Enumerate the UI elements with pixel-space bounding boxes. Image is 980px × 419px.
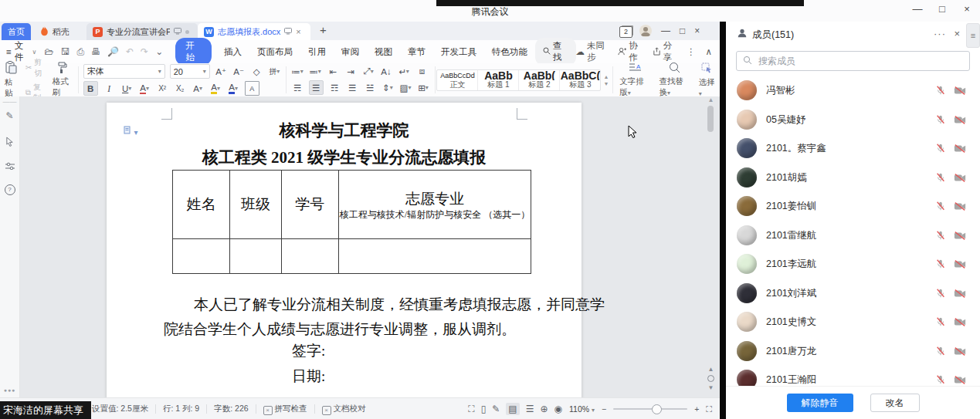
- menu-tab-special-features[interactable]: 特色功能: [492, 46, 527, 58]
- style-heading2[interactable]: AaBb( 标题 2: [519, 70, 560, 90]
- export-icon[interactable]: 🖶: [91, 46, 100, 57]
- justify-button[interactable]: ☰: [346, 81, 359, 94]
- collaborate-button[interactable]: 协作: [618, 40, 642, 63]
- web-layout-icon[interactable]: ⊕: [540, 404, 548, 414]
- outline-view-icon[interactable]: ☰: [526, 404, 534, 414]
- camera-off-icon[interactable]: [954, 374, 966, 386]
- members-more-button[interactable]: ···: [934, 28, 946, 39]
- shrink-font-button[interactable]: A⁻: [232, 65, 246, 78]
- increase-indent-button[interactable]: ⇥: [344, 65, 358, 78]
- line-spacing-button[interactable]: ⇕▾: [381, 81, 395, 94]
- meeting-close-button[interactable]: ×: [960, 3, 974, 15]
- customize-toolbar-icon[interactable]: ⌄: [155, 46, 163, 57]
- align-left-button[interactable]: ☴: [291, 81, 304, 94]
- italic-button[interactable]: I: [103, 82, 116, 95]
- members-close-button[interactable]: ×: [954, 28, 960, 39]
- superscript-button[interactable]: X²: [156, 82, 169, 95]
- undo-icon[interactable]: ↶: [126, 46, 134, 57]
- member-row[interactable]: 2101王瀚阳: [726, 365, 980, 386]
- annotate-pen-icon[interactable]: ✎: [0, 110, 19, 121]
- wps-minimize-button[interactable]: —: [661, 25, 670, 36]
- font-color-button[interactable]: A▾: [227, 82, 240, 95]
- unmute-button[interactable]: 解除静音: [787, 394, 853, 412]
- highlight-color-button[interactable]: A▾: [209, 82, 222, 95]
- browse-object-icon[interactable]: [707, 375, 714, 382]
- account-avatar[interactable]: [639, 25, 652, 37]
- menu-tab-review[interactable]: 审阅: [341, 46, 359, 58]
- member-row[interactable]: 2101雷继航: [726, 221, 980, 250]
- save-icon[interactable]: 🖫: [60, 46, 70, 57]
- more-menu-icon[interactable]: ⋮: [687, 46, 696, 57]
- meeting-maximize-button[interactable]: □: [935, 3, 949, 15]
- next-page-icon[interactable]: ▼: [708, 384, 714, 391]
- cut-button[interactable]: ✂剪切: [25, 57, 45, 79]
- fullscreen-view-icon[interactable]: ⛶: [468, 404, 474, 414]
- style-heading1[interactable]: AaBb 标题 1: [478, 70, 519, 90]
- char-scale-button[interactable]: ⤢▾: [362, 65, 375, 78]
- shading-button[interactable]: ▨▾: [399, 81, 412, 94]
- mic-muted-icon[interactable]: [935, 85, 946, 99]
- word-count[interactable]: 字数: 226: [207, 404, 255, 414]
- cell-name[interactable]: [173, 239, 230, 274]
- camera-off-icon[interactable]: [954, 288, 966, 302]
- mic-muted-icon[interactable]: [935, 172, 946, 186]
- panel-menu-button[interactable]: ≡: [966, 23, 980, 48]
- mic-muted-icon[interactable]: [935, 288, 946, 302]
- help-icon[interactable]: ?: [0, 183, 19, 195]
- zoom-slider-knob[interactable]: [652, 404, 662, 414]
- decrease-indent-button[interactable]: ⇤: [327, 65, 340, 78]
- grow-font-button[interactable]: A⁺: [215, 65, 228, 78]
- read-mode-icon[interactable]: ▯: [481, 404, 487, 414]
- underline-button[interactable]: U▾: [120, 82, 134, 95]
- camera-off-icon[interactable]: [954, 346, 966, 360]
- member-row[interactable]: 05吴婕妤: [726, 105, 980, 134]
- collapse-ribbon-icon[interactable]: ∧: [706, 46, 712, 57]
- camera-off-icon[interactable]: [954, 85, 966, 99]
- styles-scroll-down-icon[interactable]: ▼: [603, 81, 609, 86]
- tab-home[interactable]: 首页: [2, 23, 31, 40]
- member-row[interactable]: 2101姜怡钏: [726, 191, 980, 221]
- meeting-minimize-button[interactable]: —: [910, 3, 924, 15]
- print-preview-icon[interactable]: 🔎: [107, 46, 119, 57]
- mic-muted-icon[interactable]: [935, 143, 946, 157]
- clear-format-button[interactable]: ◇: [250, 65, 263, 78]
- borders-button[interactable]: ⊞▾: [417, 81, 430, 94]
- change-case-button[interactable]: A▾: [192, 82, 205, 95]
- volunteer-table[interactable]: 姓名 班级 学号 志愿专业 核工程与核技术/辐射防护与核安全 （选其一）: [172, 170, 531, 274]
- font-size-select[interactable]: 20▾: [170, 64, 210, 79]
- pointer-icon[interactable]: [0, 137, 19, 149]
- wrap-marks-button[interactable]: ↵▾: [398, 65, 411, 78]
- search-input[interactable]: [757, 55, 963, 67]
- find-command[interactable]: 查找: [535, 38, 576, 66]
- member-row[interactable]: 2101史博文: [726, 307, 980, 336]
- numbering-button[interactable]: ≕▾: [309, 65, 322, 78]
- format-painter-button[interactable]: 格式刷: [48, 62, 76, 98]
- menu-tab-start[interactable]: 开始: [175, 38, 212, 66]
- menu-tab-developer[interactable]: 开发工具: [441, 46, 476, 58]
- paste-button[interactable]: 粘贴: [0, 61, 22, 99]
- write-mode-icon[interactable]: ✎: [492, 404, 500, 414]
- scrollbar-thumb[interactable]: [707, 106, 714, 132]
- camera-off-icon[interactable]: [954, 316, 966, 330]
- table-empty-row[interactable]: [173, 239, 531, 274]
- document-scrollbar[interactable]: ▲ ▲ ▼: [705, 96, 717, 397]
- camera-off-icon[interactable]: [954, 143, 966, 157]
- member-row[interactable]: 2101胡嫣: [726, 163, 980, 192]
- cell-major[interactable]: [338, 239, 531, 274]
- align-right-button[interactable]: ☶: [328, 81, 341, 94]
- wps-maximize-button[interactable]: □: [680, 25, 685, 36]
- redo-icon[interactable]: ↷: [141, 46, 148, 57]
- menu-tab-page-layout[interactable]: 页面布局: [257, 46, 293, 58]
- previous-page-icon[interactable]: ▲: [708, 366, 714, 373]
- menu-tab-insert[interactable]: 插入: [224, 46, 242, 58]
- bullets-button[interactable]: ≔▾: [291, 65, 304, 78]
- tab-word-document-active[interactable]: W 志愿填报表.docx ×: [198, 23, 310, 40]
- cell-student-id[interactable]: [281, 239, 338, 274]
- find-replace-button[interactable]: 查找替换▾: [654, 63, 693, 96]
- sync-status[interactable]: ☁未同步: [576, 40, 609, 63]
- subscript-button[interactable]: X₂: [174, 82, 187, 95]
- distribute-button[interactable]: ☱: [364, 81, 377, 94]
- char-shading-button[interactable]: A: [245, 81, 259, 96]
- zoom-in-button[interactable]: +: [694, 404, 699, 414]
- member-row[interactable]: 2101唐万龙: [726, 336, 980, 366]
